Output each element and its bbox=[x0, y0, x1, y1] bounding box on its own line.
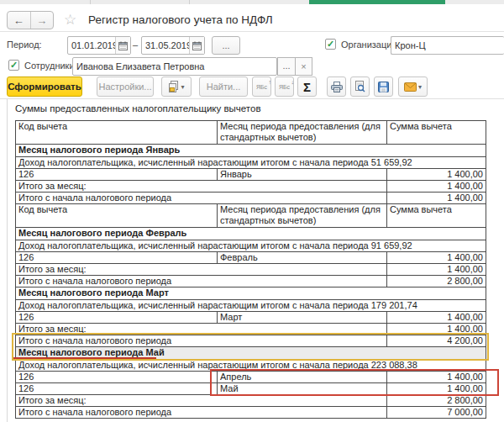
table-row: Итого за месяц:2 800,00 bbox=[16, 395, 486, 407]
income-row[interactable]: Доход налогоплательщика, исчисленный нар… bbox=[16, 157, 486, 169]
cell-total-sum[interactable]: 7 000,00 bbox=[387, 407, 486, 419]
employees-field[interactable]: Иванова Елизавета Петровна bbox=[72, 57, 277, 76]
period-from-value[interactable]: 01.01.2019 bbox=[68, 40, 115, 50]
column-header[interactable]: Месяц периода предоставления (для станда… bbox=[218, 121, 387, 145]
settings-button[interactable]: Настройки... bbox=[97, 76, 154, 97]
month-section-header[interactable]: Месяц налогового периода Январь bbox=[16, 145, 486, 157]
cell-total-sum[interactable]: 1 400,00 bbox=[387, 324, 486, 335]
history-nav-group: ← → bbox=[7, 11, 54, 29]
cell-total-label[interactable]: Итого за месяц: bbox=[16, 264, 387, 276]
income-row[interactable]: Доход налогоплательщика, исчисленный нар… bbox=[16, 300, 486, 312]
period-to-field[interactable]: 31.05.2019 bbox=[141, 36, 205, 55]
cell-total-sum[interactable]: 2 800,00 bbox=[387, 276, 486, 287]
cell-sum[interactable]: 1 400,00 bbox=[387, 169, 486, 181]
cell-sum[interactable]: 1 400,00 bbox=[387, 252, 486, 264]
generate-button[interactable]: Сформировать bbox=[7, 76, 82, 97]
table-row: 126Апрель1 400,00 bbox=[16, 372, 486, 383]
calendar-icon[interactable] bbox=[189, 37, 204, 54]
period-filter-row: Период: 01.01.2019 – 31.05.2019 ... ✓ Ор… bbox=[0, 34, 504, 55]
table-row: Доход налогоплательщика, исчисленный нар… bbox=[16, 157, 486, 169]
report-table-body: Код вычетаМесяц периода предоставления (… bbox=[16, 121, 486, 419]
cell-total-label[interactable]: Итого за месяц: bbox=[16, 324, 387, 335]
cell-sum[interactable]: 1 400,00 bbox=[387, 383, 486, 395]
cell-total-label[interactable]: Итого с начала налогового периода bbox=[16, 276, 387, 287]
cell-deduction-code[interactable]: 126 bbox=[16, 383, 218, 395]
cell-sum[interactable]: 1 400,00 bbox=[387, 372, 486, 383]
title-bar: ← → ☆ Регистр налогового учета по НДФЛ bbox=[0, 4, 504, 31]
cell-month[interactable]: Январь bbox=[218, 169, 387, 181]
month-section-header[interactable]: Месяц налогового периода Март bbox=[16, 287, 486, 300]
employees-checkbox[interactable]: ✓ bbox=[8, 60, 19, 71]
table-row: Доход налогоплательщика, исчисленный нар… bbox=[16, 360, 486, 372]
envelope-icon bbox=[404, 82, 417, 92]
cell-total-sum[interactable]: 2 800,00 bbox=[387, 395, 486, 407]
column-header[interactable]: Месяц периода предоставления (для станда… bbox=[218, 204, 387, 228]
cell-deduction-code[interactable]: 126 bbox=[16, 312, 218, 324]
table-row: Месяц налогового периода Февраль bbox=[16, 228, 486, 240]
cell-month[interactable]: Март bbox=[218, 312, 387, 324]
find-button[interactable]: Найти... bbox=[199, 76, 248, 97]
period-dash: – bbox=[133, 40, 138, 50]
cell-deduction-code[interactable]: 126 bbox=[16, 252, 218, 264]
send-email-button[interactable]: ▾ bbox=[398, 76, 428, 97]
column-header[interactable]: Код вычета bbox=[16, 121, 218, 145]
cell-deduction-code[interactable]: 126 bbox=[16, 372, 218, 383]
organization-field[interactable]: Крон-Ц bbox=[391, 36, 504, 55]
cell-total-sum[interactable]: 1 400,00 bbox=[387, 193, 486, 204]
organization-value[interactable]: Крон-Ц bbox=[391, 40, 504, 50]
report-variants-button[interactable]: ▾ bbox=[161, 76, 192, 97]
cell-month[interactable]: Апрель bbox=[218, 372, 387, 383]
table-row: Итого с начала налогового периода7 000,0… bbox=[16, 407, 486, 419]
period-from-field[interactable]: 01.01.2019 bbox=[67, 36, 131, 55]
cell-total-sum[interactable]: 4 200,00 bbox=[387, 335, 486, 347]
favorite-star-icon[interactable]: ☆ bbox=[64, 11, 76, 29]
period-to-value[interactable]: 31.05.2019 bbox=[142, 40, 189, 50]
employees-more-button[interactable]: ... bbox=[277, 57, 296, 76]
find-previous-button[interactable]: ЯБс↑ bbox=[252, 76, 271, 97]
calendar-icon[interactable] bbox=[115, 37, 130, 54]
column-header[interactable]: Сумма вычета bbox=[387, 121, 486, 145]
print-button[interactable] bbox=[327, 76, 346, 97]
employees-clear-button[interactable]: × bbox=[296, 57, 312, 76]
period-more-button[interactable]: ... bbox=[212, 36, 240, 55]
report-section-title: Суммы предоставленных налогоплательщику … bbox=[15, 103, 261, 113]
cell-month[interactable]: Февраль bbox=[218, 252, 387, 264]
cell-total-label[interactable]: Итого с начала налогового периода bbox=[16, 193, 387, 204]
cell-month[interactable]: Май bbox=[218, 383, 387, 395]
table-row: Итого с начала налогового периода2 800,0… bbox=[16, 276, 486, 287]
cell-total-label[interactable]: Итого за месяц: bbox=[16, 395, 387, 407]
cell-total-label[interactable]: Итого за месяц: bbox=[16, 181, 387, 193]
back-button[interactable]: ← bbox=[8, 12, 30, 29]
income-row[interactable]: Доход налогоплательщика, исчисленный нар… bbox=[16, 360, 486, 372]
employees-value[interactable]: Иванова Елизавета Петровна bbox=[73, 61, 276, 71]
copy-settings-icon bbox=[168, 81, 179, 92]
income-row[interactable]: Доход налогоплательщика, исчисленный нар… bbox=[16, 240, 486, 252]
sigma-icon: Σ bbox=[303, 80, 311, 94]
cell-total-label[interactable]: Итого с начала налогового периода bbox=[16, 335, 387, 347]
report-toolbar: Сформировать Настройки... ▾ Найти... ЯБс… bbox=[0, 76, 504, 98]
cell-sum[interactable]: 1 400,00 bbox=[387, 312, 486, 324]
employees-filter-row: ✓ Сотрудники: Иванова Елизавета Петровна… bbox=[0, 55, 504, 76]
column-header[interactable]: Сумма вычета bbox=[387, 204, 486, 228]
table-row: Месяц налогового периода Май bbox=[16, 347, 486, 360]
month-section-header[interactable]: Месяц налогового периода Май bbox=[16, 347, 486, 360]
organization-checkbox[interactable]: ✓ bbox=[325, 39, 336, 50]
forward-button[interactable]: → bbox=[30, 12, 54, 29]
period-label: Период: bbox=[7, 40, 42, 50]
table-row: Итого с начала налогового периода4 200,0… bbox=[16, 335, 486, 347]
cell-deduction-code[interactable]: 126 bbox=[16, 169, 218, 181]
column-header[interactable]: Код вычета bbox=[16, 204, 218, 228]
print-preview-button[interactable] bbox=[350, 76, 370, 97]
autosum-button[interactable]: Σ bbox=[297, 76, 317, 97]
table-row: Итого за месяц:1 400,00 bbox=[16, 264, 486, 276]
find-next-button[interactable]: ЯБс↓ bbox=[275, 76, 294, 97]
save-button[interactable] bbox=[374, 76, 393, 97]
cell-total-label[interactable]: Итого с начала налогового периода bbox=[16, 407, 387, 419]
cell-total-sum[interactable]: 1 400,00 bbox=[387, 181, 486, 193]
report-table: Код вычетаМесяц периода предоставления (… bbox=[15, 120, 486, 419]
cell-total-sum[interactable]: 1 400,00 bbox=[387, 264, 486, 276]
forward-arrow-icon: → bbox=[36, 14, 47, 27]
find-previous-icon: ЯБс↑ bbox=[256, 84, 267, 90]
table-row: Доход налогоплательщика, исчисленный нар… bbox=[16, 240, 486, 252]
month-section-header[interactable]: Месяц налогового периода Февраль bbox=[16, 228, 486, 240]
